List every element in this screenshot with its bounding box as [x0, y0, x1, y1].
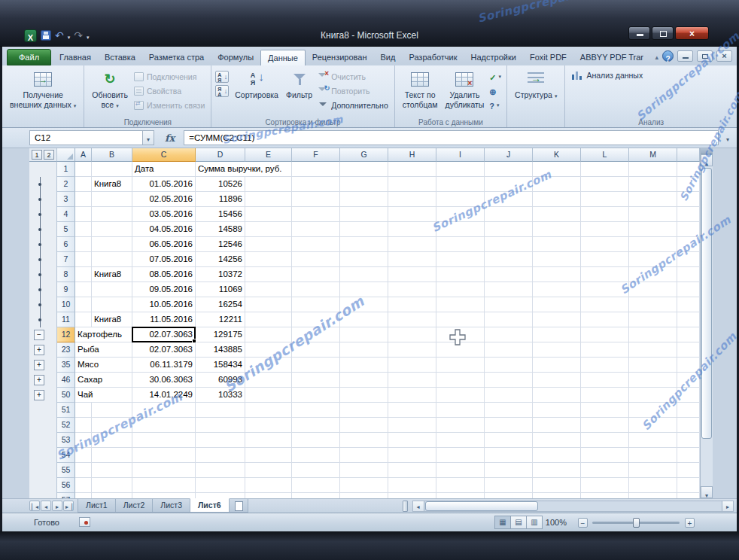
- cell-G6[interactable]: [340, 237, 388, 252]
- cell-H55[interactable]: [388, 463, 436, 478]
- cell-B53[interactable]: [92, 433, 132, 448]
- expand-group-button[interactable]: +: [34, 390, 44, 400]
- cell-A52[interactable]: [75, 418, 92, 433]
- cell-F2[interactable]: [292, 177, 340, 192]
- cell-B12[interactable]: [92, 327, 132, 342]
- collapse-group-button[interactable]: −: [34, 330, 44, 340]
- cell-F7[interactable]: [292, 252, 340, 267]
- cell-B6[interactable]: [92, 237, 132, 252]
- vertical-split-handle[interactable]: [701, 148, 713, 154]
- cell-B57[interactable]: [92, 493, 132, 498]
- cell-B55[interactable]: [92, 463, 132, 478]
- cell-F3[interactable]: [292, 192, 340, 207]
- cell-A55[interactable]: [75, 463, 92, 478]
- cell-K3[interactable]: [533, 192, 581, 207]
- cell-G52[interactable]: [340, 418, 388, 433]
- cell-F10[interactable]: [292, 297, 340, 312]
- cell-D50[interactable]: 10333: [196, 388, 245, 403]
- cell-K54[interactable]: [533, 448, 581, 463]
- cell-I4[interactable]: [436, 207, 485, 222]
- minimize-button[interactable]: [628, 26, 650, 40]
- zoom-slider-track[interactable]: [592, 522, 680, 524]
- column-header-G[interactable]: G: [340, 148, 388, 162]
- cell-E6[interactable]: [245, 237, 292, 252]
- cell-G56[interactable]: [340, 478, 388, 493]
- cell-H6[interactable]: [388, 237, 436, 252]
- cell-L4[interactable]: [581, 207, 629, 222]
- cell-E7[interactable]: [245, 252, 292, 267]
- row-header-1[interactable]: 1: [57, 162, 75, 177]
- cell-J12[interactable]: [485, 327, 533, 342]
- cell-I50[interactable]: [436, 388, 485, 403]
- cell-J50[interactable]: [485, 388, 533, 403]
- sheet-tab-лист2[interactable]: Лист2: [115, 499, 154, 513]
- cell-E5[interactable]: [245, 222, 292, 237]
- cell-I7[interactable]: [436, 252, 485, 267]
- cell-D57[interactable]: [196, 493, 245, 498]
- cell-H5[interactable]: [388, 222, 436, 237]
- cell-I8[interactable]: [436, 267, 485, 282]
- row-header-11[interactable]: 11: [57, 312, 75, 327]
- cell-E56[interactable]: [245, 478, 292, 493]
- cell-F54[interactable]: [292, 448, 340, 463]
- row-header-7[interactable]: 7: [57, 252, 75, 267]
- cell-M55[interactable]: [629, 463, 677, 478]
- cell-I12[interactable]: [436, 327, 485, 342]
- cell-K55[interactable]: [533, 463, 581, 478]
- column-header-D[interactable]: D: [196, 148, 245, 162]
- consolidate-button[interactable]: [488, 84, 503, 97]
- cell-M46[interactable]: [629, 373, 677, 388]
- cell-E1[interactable]: [245, 162, 292, 177]
- cell-E12[interactable]: [245, 327, 292, 342]
- horizontal-scroll-thumb[interactable]: [425, 501, 538, 511]
- expand-group-button[interactable]: +: [34, 375, 44, 385]
- cell-M6[interactable]: [629, 237, 677, 252]
- cell-H2[interactable]: [388, 177, 436, 192]
- cell-A35[interactable]: Мясо: [75, 358, 92, 373]
- cell-D53[interactable]: [196, 433, 245, 448]
- text-to-columns-button[interactable]: Текст по столбцам: [399, 68, 442, 111]
- cell-K4[interactable]: [533, 207, 581, 222]
- filter-button[interactable]: Фильтр: [282, 68, 316, 101]
- cell-D35[interactable]: 158434: [196, 358, 245, 373]
- cell-L8[interactable]: [581, 267, 629, 282]
- connections-item-1[interactable]: Свойства: [132, 84, 207, 97]
- cell-G9[interactable]: [340, 282, 388, 297]
- column-header-J[interactable]: J: [485, 148, 533, 162]
- row-header-52[interactable]: 52: [57, 418, 75, 433]
- cell-M53[interactable]: [629, 433, 677, 448]
- cell-L5[interactable]: [581, 222, 629, 237]
- cell-E4[interactable]: [245, 207, 292, 222]
- cell-K7[interactable]: [533, 252, 581, 267]
- cell-M3[interactable]: [629, 192, 677, 207]
- cell-D6[interactable]: 12546: [196, 237, 245, 252]
- cell-H57[interactable]: [388, 493, 436, 498]
- horizontal-scroll-track[interactable]: [424, 501, 722, 511]
- cell-J23[interactable]: [485, 342, 533, 358]
- cell-M52[interactable]: [629, 418, 677, 433]
- cell-E46[interactable]: [245, 373, 292, 388]
- cell-D12[interactable]: 129175: [196, 327, 245, 342]
- cell-I23[interactable]: [436, 342, 485, 358]
- cell-G55[interactable]: [340, 463, 388, 478]
- cell-M12[interactable]: [629, 327, 677, 342]
- cell-J51[interactable]: [485, 403, 533, 418]
- cell-C57[interactable]: [132, 493, 196, 498]
- cell-K51[interactable]: [533, 403, 581, 418]
- cell-G53[interactable]: [340, 433, 388, 448]
- cell-E54[interactable]: [245, 448, 292, 463]
- cell-K10[interactable]: [533, 297, 581, 312]
- cell-I9[interactable]: [436, 282, 485, 297]
- cell-J3[interactable]: [485, 192, 533, 207]
- cell-B56[interactable]: [92, 478, 132, 493]
- row-header-23[interactable]: 23: [57, 342, 75, 358]
- cell-E53[interactable]: [245, 433, 292, 448]
- cell-E10[interactable]: [245, 297, 292, 312]
- ribbon-tab-разработчик[interactable]: Разработчик: [402, 50, 464, 65]
- cell-K35[interactable]: [533, 358, 581, 373]
- page-break-view-icon[interactable]: [526, 516, 543, 529]
- cell-F56[interactable]: [292, 478, 340, 493]
- name-box-dropdown-icon[interactable]: [142, 130, 154, 145]
- cell-H12[interactable]: [388, 327, 436, 342]
- cell-L23[interactable]: [581, 342, 629, 358]
